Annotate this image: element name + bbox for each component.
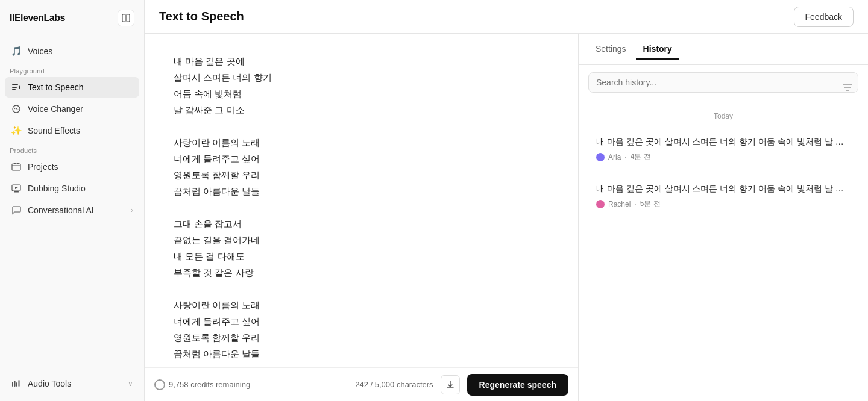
feedback-button[interactable]: Feedback: [794, 7, 854, 27]
sidebar-header: IIElevenLabs: [0, 0, 144, 36]
page-title: Text to Speech: [159, 10, 244, 23]
svg-rect-16: [844, 87, 851, 88]
editor-footer: 9,758 credits remaining 242 / 5,000 char…: [145, 367, 578, 401]
history-item-meta: Rachel · 5분 전: [596, 199, 851, 209]
editor-scroll[interactable]: 내 마음 깊은 곳에 살며시 스며든 너의 향기 어둠 속에 빛처럼 날 감싸준…: [145, 34, 578, 401]
svg-rect-12: [14, 381, 16, 387]
svg-point-5: [13, 105, 20, 113]
filter-button[interactable]: [843, 83, 852, 92]
search-wrapper: [588, 72, 858, 102]
download-button[interactable]: [441, 375, 460, 394]
text-to-speech-label: Text to Speech: [28, 82, 84, 92]
sidebar-item-voice-changer[interactable]: Voice Changer: [5, 99, 139, 119]
conversational-ai-label: Conversational AI: [28, 205, 94, 215]
voice-changer-icon: [11, 104, 22, 114]
svg-rect-13: [16, 382, 17, 387]
collapse-icon: [122, 14, 130, 22]
svg-rect-15: [843, 84, 852, 85]
dubbing-studio-icon: [11, 183, 22, 194]
sound-effects-label: Sound Effects: [28, 126, 80, 135]
dubbing-studio-label: Dubbing Studio: [28, 184, 86, 193]
sidebar-bottom[interactable]: Audio Tools ∨: [0, 367, 144, 401]
audio-tools-chevron: ∨: [128, 379, 133, 388]
editor-panel: 내 마음 깊은 곳에 살며시 스며든 너의 향기 어둠 속에 빛처럼 날 감싸준…: [145, 34, 579, 401]
svg-rect-17: [846, 90, 849, 91]
credits-remaining-text: 9,758 credits remaining: [169, 380, 250, 389]
content-area: 내 마음 깊은 곳에 살며시 스며든 너의 향기 어둠 속에 빛처럼 날 감싸준…: [145, 34, 868, 401]
voices-label: Voices: [28, 46, 52, 56]
voice-name: Aria: [608, 153, 621, 161]
svg-rect-7: [14, 163, 16, 164]
history-item-meta: Aria · 4분 전: [596, 152, 851, 162]
right-panel: Settings History Today: [579, 34, 868, 401]
sidebar-item-audio-tools[interactable]: Audio Tools ∨: [5, 373, 139, 394]
tab-history[interactable]: History: [636, 39, 679, 60]
history-today-label: Today: [588, 112, 858, 120]
sound-effects-icon: ✨: [11, 125, 22, 136]
svg-rect-1: [127, 14, 130, 22]
history-panel: Today 내 마음 깊은 곳에 살며시 스며든 너의 향기 어둠 속에 빛처럼…: [579, 65, 868, 401]
history-item[interactable]: 내 마음 깊은 곳에 살며시 스며든 너의 향기 어둠 속에 빛처럼 날 감..…: [588, 128, 858, 170]
collapse-button[interactable]: [118, 10, 134, 26]
svg-rect-2: [12, 84, 18, 85]
voice-name: Rachel: [608, 200, 631, 208]
sidebar-item-text-to-speech[interactable]: Text to Speech: [5, 77, 139, 98]
tab-settings[interactable]: Settings: [588, 39, 634, 60]
credits-info: 9,758 credits remaining: [154, 379, 250, 390]
svg-rect-6: [12, 164, 20, 170]
svg-rect-3: [12, 87, 17, 88]
time-separator: ·: [634, 200, 636, 208]
text-to-speech-icon: [11, 82, 22, 93]
svg-rect-14: [19, 380, 20, 387]
sidebar-item-projects[interactable]: Projects: [5, 157, 139, 177]
filter-icon: [843, 83, 852, 92]
regenerate-speech-button[interactable]: Regenerate speech: [467, 374, 568, 396]
audio-tools-icon: [11, 378, 22, 389]
svg-rect-4: [12, 89, 16, 90]
voice-color-dot: [596, 200, 605, 208]
history-item-text: 내 마음 깊은 곳에 살며시 스며든 너의 향기 어둠 속에 빛처럼 날 감..…: [596, 135, 851, 148]
voice-changer-label: Voice Changer: [28, 104, 83, 114]
sidebar-navigation: 🎵 Voices Playground Text to Speech: [0, 36, 144, 367]
projects-icon: [11, 161, 22, 172]
main-content: Text to Speech Feedback 내 마음 깊은 곳에 살며시 스…: [145, 0, 868, 401]
products-section-label: Products: [5, 142, 139, 157]
sidebar-item-conversational-ai[interactable]: Conversational AI ›: [5, 200, 139, 220]
sidebar-item-sound-effects[interactable]: ✨ Sound Effects: [5, 120, 139, 141]
svg-rect-10: [14, 191, 19, 193]
credits-circle-icon: [154, 379, 165, 390]
search-history-input[interactable]: [588, 72, 858, 93]
svg-rect-8: [17, 163, 19, 164]
logo: IIElevenLabs: [10, 13, 65, 23]
voice-color-dot: [596, 153, 605, 161]
svg-rect-0: [122, 14, 125, 22]
history-item-text: 내 마음 깊은 곳에 살며시 스며든 너의 향기 어둠 속에 빛처럼 날 감..…: [596, 182, 851, 195]
svg-rect-11: [12, 382, 13, 387]
projects-label: Projects: [28, 162, 58, 172]
sidebar-item-dubbing-studio[interactable]: Dubbing Studio: [5, 178, 139, 199]
download-icon: [446, 381, 454, 389]
time-ago: 4분 전: [631, 152, 651, 162]
history-item[interactable]: 내 마음 깊은 곳에 살며시 스며든 너의 향기 어둠 속에 빛처럼 날 감..…: [588, 175, 858, 217]
time-separator: ·: [624, 153, 626, 161]
text-editor[interactable]: 내 마음 깊은 곳에 살며시 스며든 너의 향기 어둠 속에 빛처럼 날 감싸준…: [174, 53, 549, 362]
conversational-ai-icon: [11, 205, 22, 216]
sidebar-item-voices[interactable]: 🎵 Voices: [5, 41, 139, 61]
audio-tools-label: Audio Tools: [28, 379, 71, 388]
arrow-icon: ›: [131, 206, 133, 214]
playground-section-label: Playground: [5, 63, 139, 77]
time-ago: 5분 전: [640, 199, 661, 209]
voices-icon: 🎵: [11, 46, 22, 57]
tabs-bar: Settings History: [579, 34, 868, 65]
sidebar: IIElevenLabs 🎵 Voices Playground: [0, 0, 145, 401]
top-bar: Text to Speech Feedback: [145, 0, 868, 34]
char-count: 242 / 5,000 characters: [355, 380, 433, 389]
